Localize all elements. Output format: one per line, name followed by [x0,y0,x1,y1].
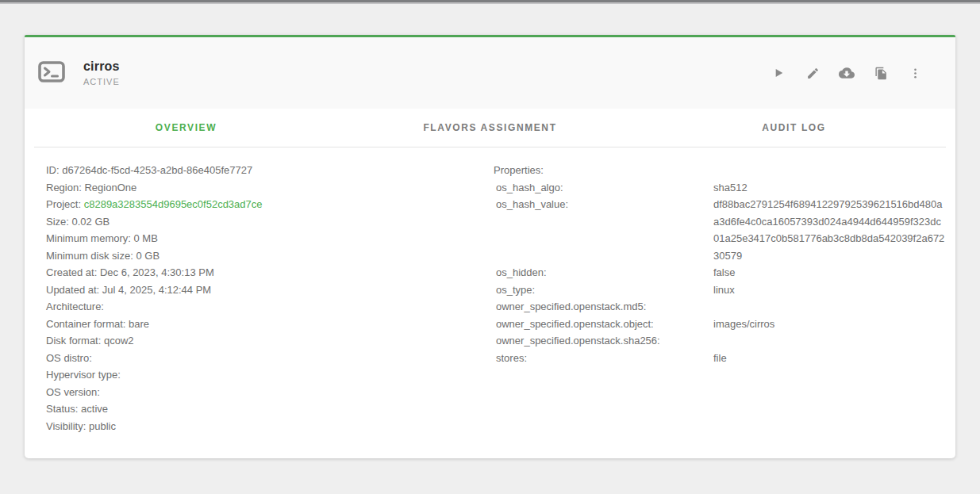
detail-row: Disk format: qcow2 [46,332,494,350]
detail-label: Architecture: [46,301,104,312]
detail-row: Project: c8289a3283554d9695ec0f52cd3ad7c… [46,196,494,213]
project-link[interactable]: c8289a3283554d9695ec0f52cd3ad7ce [84,198,263,210]
detail-label: Updated at: [46,284,99,296]
copy-icon [874,67,888,80]
details-list: ID: d67264dc-f5cd-4253-a2bd-86e405fe7727… [46,162,494,435]
overview-panel: ID: d67264dc-f5cd-4253-a2bd-86e405fe7727… [25,147,955,435]
copy-button[interactable] [874,66,888,80]
property-key: os_type: [494,281,713,299]
detail-row: OS version: [46,384,494,401]
property-value [713,332,945,350]
property-key: os_hash_algo: [494,179,713,197]
property-value: df88bac2791254f68941229792539621516bd480… [713,196,945,264]
property-key: os_hash_value: [494,196,713,264]
property-value: linux [713,281,945,299]
detail-label: Created at: [46,266,97,278]
property-value [713,298,945,316]
header-actions [771,66,922,80]
property-value: file [713,350,945,367]
property-value: sha512 [713,179,945,197]
detail-label: OS distro: [46,352,92,364]
properties-title: Properties: [494,162,949,179]
detail-row: Visibility: public [46,418,494,435]
detail-value: bare [129,318,149,330]
detail-row: Created at: Dec 6, 2023, 4:30:13 PM [46,264,494,281]
window-top-bar [0,0,980,4]
terminal-icon [38,61,65,86]
detail-value: RegionOne [84,182,136,193]
properties-grid: os_hash_algo:sha512os_hash_value:df88bac… [494,179,949,367]
tabs: OVERVIEWFLAVORS ASSIGNMENTAUDIT LOG [34,109,946,147]
tab-audit-log[interactable]: AUDIT LOG [642,122,946,133]
detail-value: qcow2 [104,335,134,347]
detail-value: 0.02 GB [72,216,110,228]
detail-row: Size: 0.02 GB [46,213,494,231]
properties-block: Properties: os_hash_algo:sha512os_hash_v… [494,162,949,435]
detail-row: Status: active [46,400,494,418]
property-value: false [713,264,945,281]
detail-value: d67264dc-f5cd-4253-a2bd-86e405fe7727 [62,164,252,176]
detail-label: Visibility: [46,420,86,432]
title-block: cirros ACTIVE [83,59,120,86]
detail-row: Architecture: [46,298,494,316]
detail-label: Size: [46,216,69,228]
detail-label: ID: [46,164,60,176]
detail-label: Hypervisor type: [46,369,121,381]
page-title: cirros [83,59,120,74]
image-detail-card: cirros ACTIVE [25,35,955,458]
status-badge: ACTIVE [83,77,120,86]
detail-row: OS distro: [46,350,494,367]
run-button[interactable] [771,66,786,80]
detail-value: 0 MB [134,232,158,244]
detail-row: Hypervisor type: [46,366,494,384]
download-button[interactable] [840,66,854,80]
detail-value: Dec 6, 2023, 4:30:13 PM [100,266,214,278]
property-value: images/cirros [713,316,945,333]
property-key: stores: [494,350,713,367]
card-header: cirros ACTIVE [25,37,955,109]
cloud-download-icon [839,65,855,81]
detail-label: OS version: [46,386,100,398]
kebab-menu-icon [909,67,921,79]
detail-label: Minimum memory: [46,232,131,244]
detail-label: Status: [46,403,78,415]
detail-value: Jul 4, 2025, 4:12:44 PM [102,284,211,296]
property-key: os_hidden: [494,264,713,281]
pencil-icon [806,67,820,80]
detail-label: Project: [46,198,81,210]
tab-flavors-assignment[interactable]: FLAVORS ASSIGNMENT [338,122,642,133]
play-icon [772,67,785,79]
edit-button[interactable] [805,66,820,80]
detail-row: Container format: bare [46,316,494,333]
detail-value: active [81,403,108,415]
property-key: owner_specified.openstack.sha256: [494,332,713,350]
detail-value: 0 GB [136,250,159,262]
detail-label: Container format: [46,318,125,330]
property-key: owner_specified.openstack.object: [494,316,713,333]
detail-row: Updated at: Jul 4, 2025, 4:12:44 PM [46,281,494,299]
detail-row: Region: RegionOne [46,179,494,197]
detail-label: Region: [46,182,82,193]
detail-row: Minimum memory: 0 MB [46,230,494,247]
detail-row: Minimum disk size: 0 GB [46,247,494,265]
tab-overview[interactable]: OVERVIEW [34,122,338,133]
detail-label: Minimum disk size: [46,250,133,262]
property-key: owner_specified.openstack.md5: [494,298,713,316]
more-actions-button[interactable] [908,66,922,80]
detail-value: public [89,420,116,432]
detail-row: ID: d67264dc-f5cd-4253-a2bd-86e405fe7727 [46,162,494,179]
detail-label: Disk format: [46,335,101,347]
